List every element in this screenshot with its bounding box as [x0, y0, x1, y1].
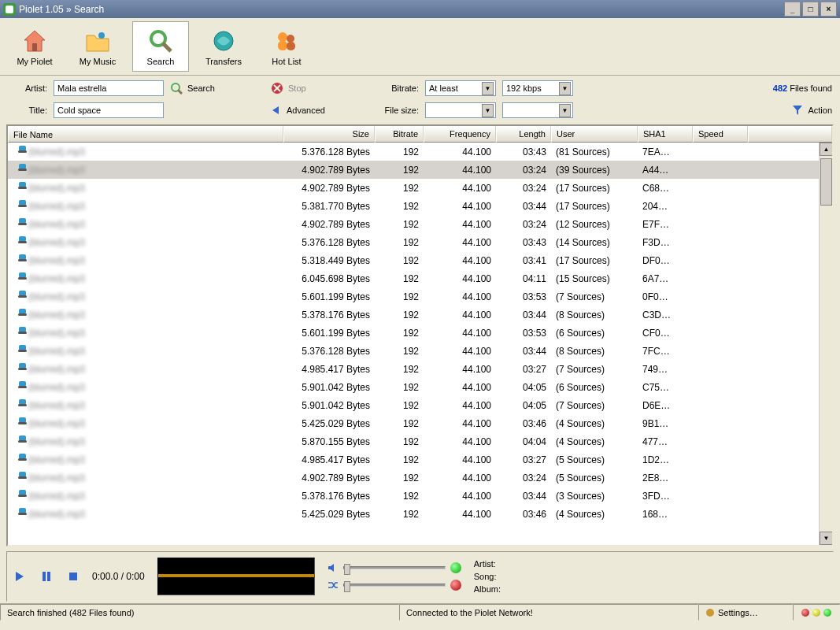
- headphones-icon: [16, 454, 28, 466]
- search-button[interactable]: Search: [132, 21, 189, 72]
- file-length: 03:53: [496, 291, 551, 302]
- file-length: 03:46: [496, 509, 551, 520]
- artist-input[interactable]: [54, 80, 164, 96]
- gear-icon: [705, 608, 715, 617]
- table-row[interactable]: (blurred).mp34.902.789 Bytes19244.10003:…: [8, 179, 832, 197]
- file-frequency: 44.100: [424, 183, 496, 194]
- col-filename[interactable]: File Name: [8, 126, 283, 143]
- scroll-thumb[interactable]: [820, 158, 832, 206]
- file-sha1: CF0…: [638, 328, 693, 339]
- table-row[interactable]: (blurred).mp35.425.029 Bytes19244.10003:…: [8, 414, 832, 432]
- transfers-button[interactable]: Transfers: [195, 21, 252, 72]
- file-bitrate: 192: [375, 291, 424, 302]
- vertical-scrollbar[interactable]: ▲ ▼: [819, 143, 832, 545]
- filesize-mode-select[interactable]: ▼: [425, 102, 496, 118]
- file-user: (7 Sources): [551, 291, 638, 302]
- settings-link[interactable]: Settings…: [698, 604, 793, 621]
- table-row[interactable]: (blurred).mp35.601.199 Bytes19244.10003:…: [8, 287, 832, 306]
- svg-rect-36: [18, 495, 27, 497]
- file-name: (blurred).mp3: [28, 509, 85, 520]
- file-bitrate: 192: [375, 491, 424, 502]
- table-row[interactable]: (blurred).mp35.381.770 Bytes19244.10003:…: [8, 197, 832, 215]
- table-row[interactable]: (blurred).mp34.902.789 Bytes19244.10003:…: [8, 215, 832, 233]
- advanced-button[interactable]: Advanced: [271, 105, 365, 116]
- people-icon: [272, 27, 301, 55]
- col-length[interactable]: Length: [496, 126, 551, 143]
- table-row[interactable]: (blurred).mp35.601.199 Bytes19244.10003:…: [8, 324, 832, 342]
- col-bitrate[interactable]: Bitrate: [375, 126, 424, 143]
- col-sha1[interactable]: SHA1: [638, 126, 693, 143]
- file-sha1: 6A7…: [638, 273, 693, 284]
- action-button[interactable]: Action: [738, 105, 832, 116]
- do-search-button[interactable]: Search: [170, 82, 265, 94]
- transfers-label: Transfers: [205, 57, 242, 66]
- my-piolet-button[interactable]: My Piolet: [6, 21, 63, 72]
- table-row[interactable]: (blurred).mp34.902.789 Bytes19244.10003:…: [8, 161, 832, 179]
- file-size: 5.376.128 Bytes: [283, 346, 375, 357]
- file-length: 03:43: [496, 237, 551, 248]
- file-bitrate: 192: [375, 165, 424, 176]
- file-user: (15 Sources): [551, 273, 638, 284]
- led-green-icon: [823, 609, 831, 617]
- file-size: 5.901.042 Bytes: [283, 382, 375, 393]
- file-user: (7 Sources): [551, 364, 638, 375]
- status-bar: Search finished (482 Files found) Connec…: [0, 603, 840, 621]
- table-row[interactable]: (blurred).mp34.902.789 Bytes19244.10003:…: [8, 469, 832, 487]
- table-row[interactable]: (blurred).mp36.045.698 Bytes19244.10004:…: [8, 269, 832, 287]
- close-button[interactable]: ×: [820, 2, 837, 17]
- table-row[interactable]: (blurred).mp35.376.128 Bytes19244.10003:…: [8, 143, 832, 161]
- table-row[interactable]: (blurred).mp35.376.128 Bytes19244.10003:…: [8, 342, 832, 360]
- table-row[interactable]: (blurred).mp35.376.128 Bytes19244.10003:…: [8, 233, 832, 251]
- app-icon: [3, 3, 16, 16]
- stop-button[interactable]: Stop: [271, 82, 365, 94]
- artist-label: Artist:: [8, 83, 47, 93]
- svg-rect-35: [18, 476, 27, 479]
- table-row[interactable]: (blurred).mp35.378.176 Bytes19244.10003:…: [8, 487, 832, 505]
- filesize-value-select[interactable]: ▼: [502, 102, 573, 118]
- file-frequency: 44.100: [424, 273, 496, 284]
- file-frequency: 44.100: [424, 309, 496, 321]
- svg-rect-8: [278, 41, 287, 50]
- table-row[interactable]: (blurred).mp35.318.449 Bytes19244.10003:…: [8, 251, 832, 269]
- results-body[interactable]: (blurred).mp35.376.128 Bytes19244.10003:…: [8, 143, 832, 545]
- hot-list-button[interactable]: Hot List: [258, 21, 315, 72]
- table-row[interactable]: (blurred).mp35.870.155 Bytes19244.10004:…: [8, 432, 832, 450]
- col-user[interactable]: User: [551, 126, 638, 143]
- file-user: (4 Sources): [551, 436, 638, 447]
- player-bar: 0:00.0 / 0:00 Artist: Song: Album:: [6, 551, 834, 602]
- svg-rect-37: [18, 513, 27, 515]
- table-row[interactable]: (blurred).mp35.901.042 Bytes19244.10004:…: [8, 378, 832, 396]
- minimize-button[interactable]: _: [784, 2, 801, 17]
- col-size[interactable]: Size: [283, 126, 375, 143]
- file-name: (blurred).mp3: [28, 382, 85, 393]
- file-bitrate: 192: [375, 346, 424, 357]
- table-row[interactable]: (blurred).mp35.901.042 Bytes19244.10004:…: [8, 396, 832, 414]
- table-row[interactable]: (blurred).mp34.985.417 Bytes19244.10003:…: [8, 450, 832, 469]
- play-button[interactable]: [13, 570, 26, 583]
- pause-button[interactable]: [40, 570, 53, 583]
- col-speed[interactable]: Speed: [693, 126, 748, 143]
- bitrate-mode-select[interactable]: At least ▼: [425, 80, 496, 96]
- svg-point-43: [706, 609, 714, 617]
- table-row[interactable]: (blurred).mp35.425.029 Bytes19244.10003:…: [8, 505, 832, 523]
- svg-rect-21: [18, 223, 27, 225]
- seek-slider[interactable]: [343, 584, 446, 587]
- stop-player-button[interactable]: [67, 570, 80, 583]
- title-input[interactable]: [54, 102, 164, 118]
- scroll-up-button[interactable]: ▲: [820, 143, 832, 156]
- file-frequency: 44.100: [424, 436, 496, 447]
- svg-rect-30: [18, 386, 27, 388]
- transfers-icon: [209, 27, 238, 55]
- my-music-button[interactable]: My Music: [69, 21, 126, 72]
- scroll-down-button[interactable]: ▼: [820, 532, 832, 545]
- bitrate-value-select[interactable]: 192 kbps ▼: [502, 80, 573, 96]
- file-user: (17 Sources): [551, 201, 638, 212]
- volume-icon: [327, 562, 339, 573]
- table-row[interactable]: (blurred).mp34.985.417 Bytes19244.10003:…: [8, 360, 832, 378]
- led-red-icon: [801, 609, 809, 617]
- volume-slider[interactable]: [343, 566, 446, 569]
- table-row[interactable]: (blurred).mp35.378.176 Bytes19244.10003:…: [8, 306, 832, 324]
- file-size: 4.902.789 Bytes: [283, 219, 375, 230]
- col-frequency[interactable]: Frequency: [424, 126, 496, 143]
- maximize-button[interactable]: □: [802, 2, 819, 17]
